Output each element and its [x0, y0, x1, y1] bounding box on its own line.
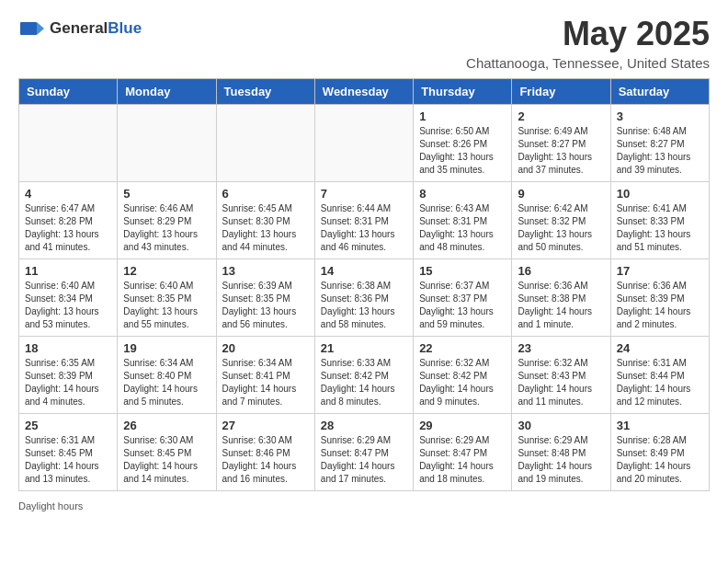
- day-info: Sunrise: 6:32 AM Sunset: 8:42 PM Dayligh…: [419, 357, 506, 408]
- calendar-day-cell: 16Sunrise: 6:36 AM Sunset: 8:38 PM Dayli…: [512, 259, 610, 337]
- day-number: 13: [222, 264, 309, 278]
- calendar-day-cell: [216, 105, 314, 182]
- calendar-day-header: Friday: [512, 79, 610, 105]
- day-number: 15: [419, 264, 506, 278]
- calendar-day-cell: 15Sunrise: 6:37 AM Sunset: 8:37 PM Dayli…: [414, 259, 512, 337]
- day-number: 25: [25, 419, 111, 432]
- calendar-day-cell: 20Sunrise: 6:34 AM Sunset: 8:41 PM Dayli…: [216, 337, 314, 414]
- calendar-week-row: 4Sunrise: 6:47 AM Sunset: 8:28 PM Daylig…: [19, 182, 710, 259]
- calendar-day-header: Monday: [118, 79, 216, 105]
- calendar-day-header: Tuesday: [216, 79, 314, 105]
- calendar-day-cell: 1Sunrise: 6:50 AM Sunset: 8:26 PM Daylig…: [414, 105, 512, 182]
- day-number: 28: [321, 419, 407, 432]
- day-number: 18: [25, 341, 111, 355]
- calendar-week-row: 1Sunrise: 6:50 AM Sunset: 8:26 PM Daylig…: [19, 105, 710, 182]
- day-number: 2: [518, 109, 604, 123]
- day-info: Sunrise: 6:36 AM Sunset: 8:38 PM Dayligh…: [518, 280, 604, 331]
- calendar-day-cell: 7Sunrise: 6:44 AM Sunset: 8:31 PM Daylig…: [314, 182, 413, 259]
- calendar-day-cell: 14Sunrise: 6:38 AM Sunset: 8:36 PM Dayli…: [314, 259, 413, 337]
- calendar-day-cell: 9Sunrise: 6:42 AM Sunset: 8:32 PM Daylig…: [512, 182, 610, 259]
- calendar-day-cell: 31Sunrise: 6:28 AM Sunset: 8:49 PM Dayli…: [610, 414, 709, 491]
- month-title: May 2025: [466, 15, 710, 53]
- day-info: Sunrise: 6:29 AM Sunset: 8:47 PM Dayligh…: [321, 434, 407, 486]
- calendar-day-cell: 12Sunrise: 6:40 AM Sunset: 8:35 PM Dayli…: [118, 259, 216, 337]
- calendar-day-cell: 4Sunrise: 6:47 AM Sunset: 8:28 PM Daylig…: [19, 182, 118, 259]
- day-number: 9: [518, 187, 604, 201]
- footer: Daylight hours: [18, 500, 710, 511]
- day-number: 24: [617, 341, 703, 355]
- day-info: Sunrise: 6:37 AM Sunset: 8:37 PM Dayligh…: [419, 280, 506, 331]
- calendar-day-cell: 27Sunrise: 6:30 AM Sunset: 8:46 PM Dayli…: [216, 414, 314, 491]
- calendar-day-cell: 25Sunrise: 6:31 AM Sunset: 8:45 PM Dayli…: [19, 414, 118, 491]
- day-info: Sunrise: 6:50 AM Sunset: 8:26 PM Dayligh…: [419, 125, 506, 177]
- day-info: Sunrise: 6:47 AM Sunset: 8:28 PM Dayligh…: [25, 202, 111, 254]
- calendar-day-header: Wednesday: [314, 79, 413, 105]
- day-number: 6: [222, 187, 309, 201]
- calendar-day-cell: 8Sunrise: 6:43 AM Sunset: 8:31 PM Daylig…: [414, 182, 512, 259]
- day-number: 29: [419, 419, 506, 432]
- calendar-day-cell: 29Sunrise: 6:29 AM Sunset: 8:47 PM Dayli…: [414, 414, 512, 491]
- day-number: 30: [518, 419, 604, 432]
- day-info: Sunrise: 6:46 AM Sunset: 8:29 PM Dayligh…: [123, 202, 210, 254]
- day-number: 7: [321, 187, 407, 201]
- day-number: 17: [617, 264, 703, 278]
- logo: GeneralBlue: [18, 15, 142, 42]
- calendar-day-cell: [118, 105, 216, 182]
- day-info: Sunrise: 6:36 AM Sunset: 8:39 PM Dayligh…: [617, 280, 703, 331]
- day-info: Sunrise: 6:41 AM Sunset: 8:33 PM Dayligh…: [617, 202, 703, 254]
- calendar-day-cell: 11Sunrise: 6:40 AM Sunset: 8:34 PM Dayli…: [19, 259, 118, 337]
- logo-icon: [18, 15, 46, 42]
- daylight-hours-label: Daylight hours: [18, 500, 83, 511]
- day-number: 31: [617, 419, 703, 432]
- day-info: Sunrise: 6:44 AM Sunset: 8:31 PM Dayligh…: [321, 202, 407, 254]
- title-block: May 2025 Chattanooga, Tennessee, United …: [466, 15, 710, 71]
- location-title: Chattanooga, Tennessee, United States: [466, 55, 710, 71]
- calendar-day-header: Sunday: [19, 79, 118, 105]
- day-info: Sunrise: 6:48 AM Sunset: 8:27 PM Dayligh…: [617, 125, 703, 177]
- day-number: 5: [123, 187, 210, 201]
- day-number: 23: [518, 341, 604, 355]
- day-number: 22: [419, 341, 506, 355]
- calendar-day-header: Saturday: [610, 79, 709, 105]
- day-info: Sunrise: 6:40 AM Sunset: 8:34 PM Dayligh…: [25, 280, 111, 331]
- day-number: 8: [419, 187, 506, 201]
- calendar-week-row: 18Sunrise: 6:35 AM Sunset: 8:39 PM Dayli…: [19, 337, 710, 414]
- logo-text: GeneralBlue: [50, 19, 142, 38]
- day-number: 16: [518, 264, 604, 278]
- logo-blue: Blue: [108, 19, 142, 37]
- day-info: Sunrise: 6:31 AM Sunset: 8:44 PM Dayligh…: [617, 357, 703, 408]
- day-number: 26: [123, 419, 210, 432]
- logo-general: General: [50, 19, 108, 37]
- calendar-week-row: 25Sunrise: 6:31 AM Sunset: 8:45 PM Dayli…: [19, 414, 710, 491]
- day-number: 20: [222, 341, 309, 355]
- day-info: Sunrise: 6:39 AM Sunset: 8:35 PM Dayligh…: [222, 280, 309, 331]
- calendar-day-cell: 13Sunrise: 6:39 AM Sunset: 8:35 PM Dayli…: [216, 259, 314, 337]
- day-info: Sunrise: 6:30 AM Sunset: 8:46 PM Dayligh…: [222, 434, 309, 486]
- day-number: 21: [321, 341, 407, 355]
- calendar-day-cell: 17Sunrise: 6:36 AM Sunset: 8:39 PM Dayli…: [610, 259, 709, 337]
- calendar-day-cell: 2Sunrise: 6:49 AM Sunset: 8:27 PM Daylig…: [512, 105, 610, 182]
- calendar-day-cell: 30Sunrise: 6:29 AM Sunset: 8:48 PM Dayli…: [512, 414, 610, 491]
- calendar-header-row: SundayMondayTuesdayWednesdayThursdayFrid…: [19, 79, 710, 105]
- calendar-day-cell: 23Sunrise: 6:32 AM Sunset: 8:43 PM Dayli…: [512, 337, 610, 414]
- calendar-day-cell: 18Sunrise: 6:35 AM Sunset: 8:39 PM Dayli…: [19, 337, 118, 414]
- svg-marker-1: [37, 22, 44, 35]
- day-info: Sunrise: 6:29 AM Sunset: 8:47 PM Dayligh…: [419, 434, 506, 486]
- day-info: Sunrise: 6:34 AM Sunset: 8:41 PM Dayligh…: [222, 357, 309, 408]
- day-number: 3: [617, 109, 703, 123]
- day-info: Sunrise: 6:28 AM Sunset: 8:49 PM Dayligh…: [617, 434, 703, 486]
- day-number: 27: [222, 419, 309, 432]
- calendar-day-cell: 26Sunrise: 6:30 AM Sunset: 8:45 PM Dayli…: [118, 414, 216, 491]
- day-number: 19: [123, 341, 210, 355]
- day-info: Sunrise: 6:30 AM Sunset: 8:45 PM Dayligh…: [123, 434, 210, 486]
- day-info: Sunrise: 6:35 AM Sunset: 8:39 PM Dayligh…: [25, 357, 111, 408]
- day-number: 12: [123, 264, 210, 278]
- calendar-week-row: 11Sunrise: 6:40 AM Sunset: 8:34 PM Dayli…: [19, 259, 710, 337]
- day-info: Sunrise: 6:38 AM Sunset: 8:36 PM Dayligh…: [321, 280, 407, 331]
- day-number: 4: [25, 187, 111, 201]
- calendar-day-cell: [314, 105, 413, 182]
- calendar-table: SundayMondayTuesdayWednesdayThursdayFrid…: [18, 78, 710, 491]
- svg-rect-0: [20, 22, 37, 35]
- calendar-day-cell: 24Sunrise: 6:31 AM Sunset: 8:44 PM Dayli…: [610, 337, 709, 414]
- calendar-day-cell: 28Sunrise: 6:29 AM Sunset: 8:47 PM Dayli…: [314, 414, 413, 491]
